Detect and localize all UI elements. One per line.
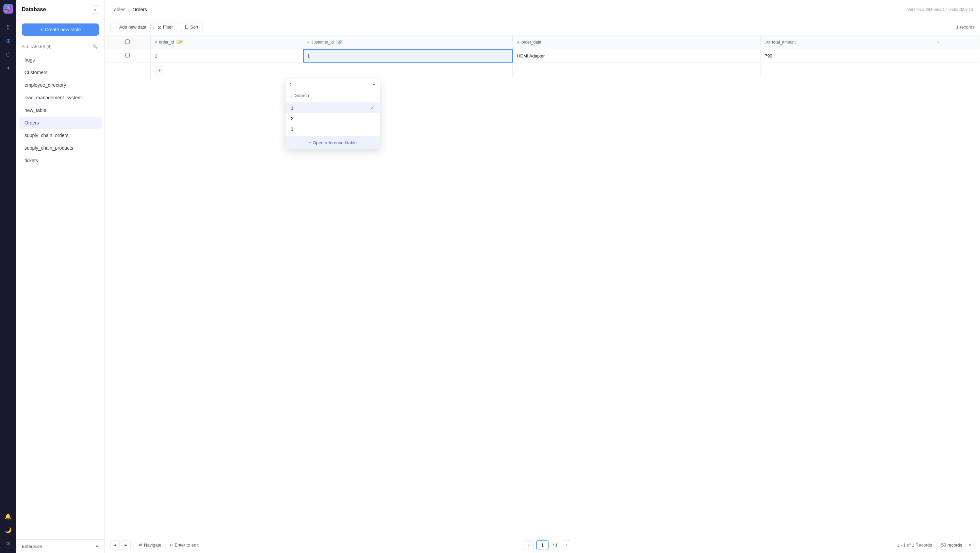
sidebar-item-supply-chain-orders[interactable]: supply_chain_orders	[19, 129, 102, 141]
add-new-data-label: Add new data	[119, 24, 147, 30]
enter-edit-text: Enter to edit	[175, 542, 198, 548]
page-total: / 1	[551, 542, 559, 548]
create-table-button[interactable]: + Create new table	[22, 24, 99, 36]
dropdown-option-1[interactable]: 1 ✓	[285, 102, 380, 113]
add-row-row: +	[105, 63, 980, 78]
data-table: # order_id 🔑 # customer_id 🔗	[105, 35, 980, 78]
dropdown-footer: + Open referenced table	[285, 136, 380, 149]
order-id-badge: 🔑	[176, 40, 183, 44]
sidebar-item-employee-directory[interactable]: employee_directory	[19, 79, 102, 91]
dropdown-selected-label: 1	[290, 82, 292, 87]
top-bar: Tables › Orders Version 2.38.0-ee2.17.0-…	[105, 0, 980, 19]
add-icon: +	[115, 24, 118, 30]
page-next-button[interactable]: ›	[562, 540, 571, 550]
total-amount-type-icon: .00	[765, 40, 770, 44]
order-id-label: order_id	[159, 40, 174, 44]
collapse-sidebar-button[interactable]: «	[91, 5, 99, 14]
sidebar-item-new-table[interactable]: new_table	[19, 104, 102, 116]
row-checkbox-cell[interactable]	[105, 49, 150, 63]
total-amount-label: total_amount	[772, 40, 795, 44]
add-row-button[interactable]: +	[155, 66, 164, 75]
app-logo[interactable]: 🚀	[3, 4, 13, 14]
nav-icon-moon[interactable]: 🌙	[3, 524, 14, 536]
sort-button[interactable]: ⇅ Sort	[180, 22, 203, 32]
nav-icon-database[interactable]: ⬡	[3, 49, 14, 60]
row-checkbox[interactable]	[125, 53, 130, 57]
add-row-blank4	[932, 63, 980, 78]
prev-page-button[interactable]: ◄	[110, 540, 120, 550]
add-row-checkbox-cell	[105, 63, 150, 78]
add-column-icon[interactable]: +	[937, 39, 940, 45]
total-amount-header[interactable]: .00 total_amount	[760, 35, 932, 49]
add-row-blank3	[760, 63, 932, 78]
sidebar-item-customers[interactable]: Customers	[19, 66, 102, 79]
navigate-text: Navigate	[144, 542, 161, 548]
toolbar: + Add new data ⧖ Filter ⇅ Sort 1 records	[105, 19, 980, 35]
checkbox-header-col[interactable]	[105, 35, 150, 49]
add-row-blank1	[303, 63, 513, 78]
add-row-blank2	[513, 63, 760, 78]
dropdown-selected-value[interactable]: 1 ▼	[285, 79, 380, 90]
order-data-type-icon: A	[517, 40, 519, 44]
sort-icon: ⇅	[185, 24, 188, 30]
navigate-label: ⇄ Navigate	[139, 542, 161, 548]
breadcrumb-separator: ›	[128, 7, 130, 12]
dropdown-chevron-icon: ▼	[372, 82, 376, 87]
add-new-data-button[interactable]: + Add new data	[110, 22, 151, 32]
sidebar-item-bugs[interactable]: bugs	[19, 54, 102, 66]
dropdown-search-area: ○	[285, 90, 380, 101]
nav-icon-settings[interactable]: ⚙	[3, 538, 14, 549]
order-id-type-icon: #	[155, 40, 157, 44]
dropdown-options-list: 1 ✓ 2 3	[285, 101, 380, 136]
extra-cell	[932, 49, 980, 63]
dropdown-option-3-label: 3	[291, 127, 293, 132]
filter-icon: ⧖	[158, 24, 161, 30]
total-amount-cell[interactable]: 790	[760, 49, 932, 63]
sidebar-title: Database	[22, 6, 46, 13]
dropdown-option-3[interactable]: 3	[285, 124, 380, 134]
customer-id-header[interactable]: # customer_id 🔗	[303, 35, 513, 49]
footer-label: Enterprise	[22, 544, 42, 549]
dropdown-option-2-label: 2	[291, 116, 293, 121]
enter-icon: ↵	[169, 542, 173, 548]
add-column-header[interactable]: +	[932, 35, 980, 49]
dropdown-search-input[interactable]	[295, 93, 376, 98]
sidebar-item-supply-chain-products[interactable]: supply_chain_products	[19, 142, 102, 154]
footer-chevron-icon: ▼	[95, 544, 99, 549]
table-list: bugs Customers employee_directory lead_m…	[16, 53, 105, 539]
breadcrumb-current: Orders	[132, 7, 147, 12]
customer-id-cell[interactable]: 1	[303, 49, 513, 63]
filter-button[interactable]: ⧖ Filter	[153, 22, 177, 32]
all-tables-header: ALL TABLES (9) 🔍	[16, 40, 105, 53]
nav-icon-grid[interactable]: ⠿	[3, 22, 14, 33]
nav-icon-star[interactable]: ✦	[3, 63, 14, 73]
page-input[interactable]	[536, 540, 549, 550]
nav-icon-bell[interactable]: 🔔	[3, 511, 14, 522]
breadcrumb: Tables › Orders	[111, 7, 147, 12]
order-data-header[interactable]: A order_data	[513, 35, 760, 49]
sidebar-item-lead-management[interactable]: lead_management_system	[19, 92, 102, 104]
next-page-button[interactable]: ►	[121, 540, 130, 550]
breadcrumb-tables[interactable]: Tables	[111, 7, 125, 12]
order-id-header[interactable]: # order_id 🔑	[150, 35, 303, 49]
select-all-checkbox[interactable]	[125, 40, 130, 44]
records-per-page-select[interactable]: 25 records 50 records 100 records 250 re…	[937, 541, 975, 549]
customer-id-type-icon: #	[307, 40, 309, 44]
search-tables-icon[interactable]: 🔍	[91, 43, 99, 51]
nav-icon-table[interactable]: ⊞	[3, 35, 14, 46]
sidebar-item-tickets[interactable]: tickets	[19, 154, 102, 167]
page-prev-button[interactable]: ‹	[524, 540, 533, 550]
order-id-cell[interactable]: 1	[150, 49, 303, 63]
order-data-cell[interactable]: HDMI Adapter	[513, 49, 760, 63]
enter-edit-label: ↵ Enter to edit	[169, 542, 198, 548]
open-referenced-table-button[interactable]: + Open referenced table	[285, 136, 380, 149]
filter-label: Filter	[163, 24, 173, 30]
table-sidebar: Database « + Create new table ALL TABLES…	[16, 0, 105, 553]
add-row-cell[interactable]: +	[150, 63, 303, 78]
sidebar-item-orders[interactable]: Orders	[19, 117, 102, 129]
dropdown-option-1-label: 1	[291, 105, 293, 111]
nav-controls: ◄ ►	[110, 540, 130, 550]
records-info: 1 - 1 of 1 Records	[897, 542, 932, 548]
dropdown-option-2[interactable]: 2	[285, 113, 380, 124]
dropdown-option-1-check: ✓	[371, 105, 375, 111]
